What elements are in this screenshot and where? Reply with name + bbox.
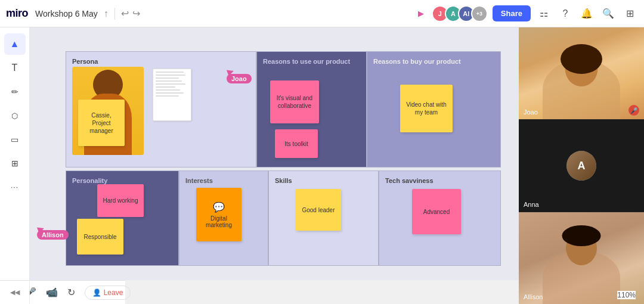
video-tile-anna: A Anna bbox=[519, 120, 644, 212]
search-icon[interactable]: 🔍 bbox=[600, 5, 617, 22]
sticky-video-chat[interactable]: Video chat with my team bbox=[400, 85, 453, 132]
cell-persona-label: Persona bbox=[72, 58, 98, 65]
anna-avatar: A bbox=[566, 151, 596, 181]
chat-icon: 💬 bbox=[213, 201, 225, 213]
shape-tool[interactable]: ⬡ bbox=[4, 105, 26, 126]
sticky-toolkit[interactable]: Its toolkit bbox=[275, 129, 318, 158]
avatar-group: J A Al +3 bbox=[434, 5, 488, 22]
right-icons: ▶ J A Al +3 Share ⚏ ? 🔔 🔍 ⊞ bbox=[413, 5, 638, 22]
notifications-icon[interactable]: 🔔 bbox=[578, 5, 595, 22]
cell-tech: Tech savviness Advanced bbox=[379, 170, 501, 266]
mic-icon-joao: 🎤 bbox=[628, 105, 639, 116]
board: Persona Cassie, Pro bbox=[66, 51, 501, 280]
share-screen-icon[interactable]: ↻ bbox=[67, 284, 75, 301]
video-tile-allison: Allison bbox=[519, 212, 644, 304]
cell-personality-label: Personality bbox=[72, 177, 107, 184]
select-tool[interactable]: ▲ bbox=[4, 33, 26, 55]
panel-toggle-icon: ◀◀ bbox=[10, 289, 20, 296]
cell-reasons-use: Reasons to use our product It's visual a… bbox=[256, 51, 367, 167]
cell-skills: Skills Good leader bbox=[268, 170, 379, 266]
upload-icon[interactable]: ↑ bbox=[104, 8, 109, 19]
video-label-joao: Joao bbox=[524, 108, 538, 116]
text-tool[interactable]: T bbox=[4, 57, 26, 79]
grid-tool[interactable]: ⊞ bbox=[4, 153, 26, 174]
share-button[interactable]: Share bbox=[493, 5, 531, 21]
zoom-indicator: 110% bbox=[617, 291, 636, 299]
leave-person-icon: 👤 bbox=[92, 289, 101, 297]
sticky-cassie[interactable]: Cassie, Project manager bbox=[78, 100, 125, 146]
board-settings-icon[interactable]: ⚏ bbox=[535, 5, 552, 22]
apps-icon[interactable]: ⊞ bbox=[621, 5, 638, 22]
camera-icon[interactable]: 📹 bbox=[46, 284, 58, 301]
avatar-more: +3 bbox=[471, 5, 488, 22]
logo: miro bbox=[6, 7, 28, 20]
canvas[interactable]: Persona Cassie, Pro bbox=[30, 27, 519, 280]
sticky-good-leader[interactable]: Good leader bbox=[296, 189, 341, 231]
cell-interests-label: Interests bbox=[185, 177, 213, 184]
separator bbox=[114, 8, 115, 20]
bottom-bar: 🎤 📹 ↻ 👤 Leave bbox=[30, 280, 125, 304]
leave-label: Leave bbox=[104, 289, 123, 297]
cursor-allison: ▶ Allison bbox=[37, 219, 69, 240]
cell-reasons-use-label: Reasons to use our product bbox=[263, 58, 350, 65]
help-icon[interactable]: ? bbox=[557, 5, 574, 22]
sticky-advanced[interactable]: Advanced bbox=[412, 189, 461, 234]
sticky-visual[interactable]: It's visual and collaborative bbox=[270, 80, 319, 123]
sticky-responsible[interactable]: Responsible bbox=[77, 219, 123, 255]
cell-personality: Personality Hard working Responsible bbox=[66, 170, 179, 266]
document-title[interactable]: Workshop 6 May bbox=[35, 9, 98, 18]
sticky-tool[interactable]: ▭ bbox=[4, 129, 26, 150]
cell-interests: Interests 💬 Digital marketing bbox=[179, 170, 268, 266]
video-label-anna: Anna bbox=[524, 201, 539, 208]
redo-button[interactable]: ↪ bbox=[132, 8, 140, 19]
video-label-allison: Allison bbox=[524, 293, 543, 300]
undo-button[interactable]: ↩ bbox=[121, 8, 129, 19]
cell-tech-label: Tech savviness bbox=[385, 177, 434, 184]
document-stub bbox=[153, 69, 191, 121]
leave-button[interactable]: 👤 Leave bbox=[85, 286, 131, 300]
top-bar: miro Workshop 6 May ↑ ↩ ↪ ▶ J A Al +3 Sh… bbox=[0, 0, 644, 27]
sticky-digital-marketing[interactable]: 💬 Digital marketing bbox=[196, 188, 242, 241]
panel-toggle[interactable]: ◀◀ bbox=[0, 280, 30, 304]
cell-reasons-buy: Reasons to buy our product Video chat wi… bbox=[367, 51, 501, 167]
pen-tool[interactable]: ✏ bbox=[4, 81, 26, 103]
cursor-joao: ▶ Joao bbox=[227, 63, 252, 83]
cursor-icon: ▶ bbox=[413, 5, 429, 22]
video-panel: Joao 🎤 A Anna Allison bbox=[519, 27, 644, 304]
video-tile-joao: Joao 🎤 bbox=[519, 27, 644, 120]
left-toolbar: ▲ T ✏ ⬡ ▭ ⊞ ··· bbox=[0, 27, 30, 280]
sticky-hard-working[interactable]: Hard working bbox=[97, 184, 144, 217]
more-tools[interactable]: ··· bbox=[4, 176, 26, 198]
cell-skills-label: Skills bbox=[275, 177, 292, 184]
cell-reasons-buy-label: Reasons to buy our product bbox=[373, 58, 461, 65]
undo-redo-group: ↩ ↪ bbox=[121, 8, 140, 19]
